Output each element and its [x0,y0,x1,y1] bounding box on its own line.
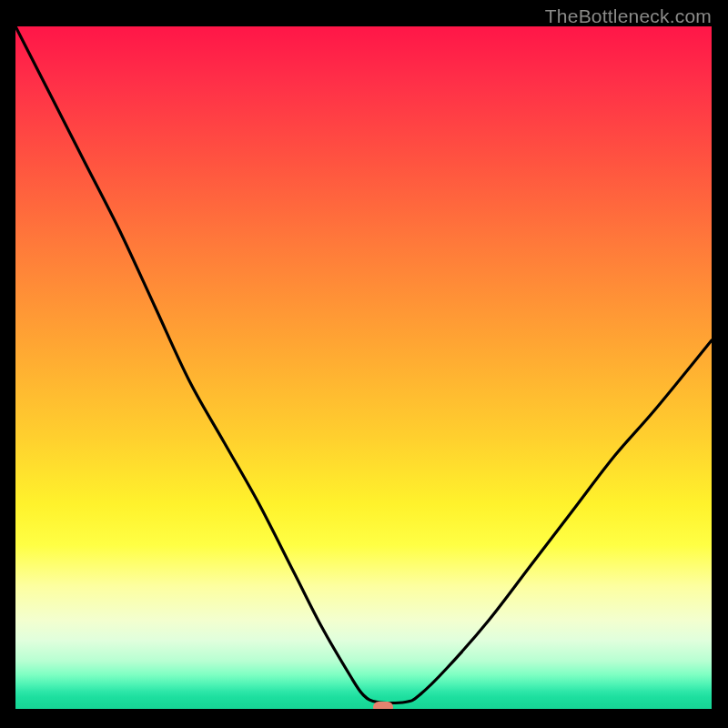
plot-area [15,26,712,709]
chart-frame: TheBottleneck.com [0,0,728,728]
bottleneck-curve [15,26,712,709]
watermark-text: TheBottleneck.com [545,5,712,27]
optimum-marker [373,702,393,709]
